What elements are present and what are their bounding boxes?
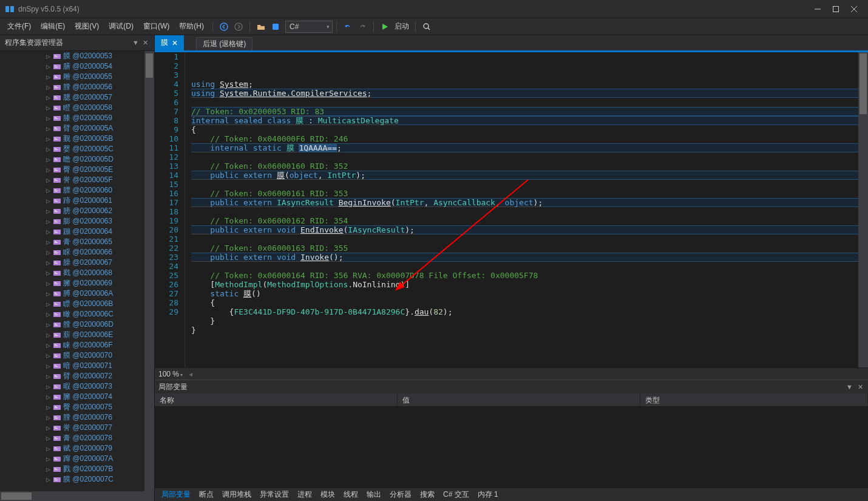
tree-expander-icon[interactable]: ▷ — [45, 343, 51, 349]
window-maximize-button[interactable] — [827, 1, 845, 16]
start-debug-label[interactable]: 启动 — [395, 21, 409, 32]
col-type[interactable]: 类型 — [640, 394, 868, 406]
code-line[interactable]: // Token: 0x06000163 RID: 355 — [191, 244, 858, 253]
code-line[interactable]: {FE3C441D-DF9D-407b-917D-0B4471A8296C}.d… — [191, 307, 858, 316]
tree-item[interactable]: ▷暇 @02000073 — [45, 381, 154, 392]
open-button[interactable] — [254, 20, 268, 33]
tree-expander-icon[interactable]: ▷ — [45, 312, 51, 318]
assembly-tree[interactable]: ▷膜 @02000053▷膳 @02000054▷雕 @02000055▷膛 @… — [0, 51, 154, 491]
editor-scrollbar-vertical[interactable] — [858, 52, 868, 367]
tree-expander-icon[interactable]: ▷ — [45, 177, 51, 183]
tree-expander-icon[interactable]: ▷ — [45, 167, 51, 173]
col-value[interactable]: 值 — [398, 394, 640, 406]
window-minimize-button[interactable] — [809, 1, 827, 16]
tree-expander-icon[interactable]: ▷ — [45, 291, 51, 297]
code-line[interactable]: // Token: 0x02000053 RID: 83 — [191, 107, 858, 116]
code-line[interactable]: public extern void Invoke(); — [191, 253, 858, 262]
code-line[interactable]: // Token: 0x040000F6 RID: 246 — [191, 134, 858, 143]
tree-item[interactable]: ▷膜 @02000053 — [45, 51, 154, 61]
undo-button[interactable] — [341, 20, 354, 33]
tree-expander-icon[interactable]: ▷ — [45, 53, 51, 60]
reload-button[interactable] — [269, 20, 282, 33]
locals-panel-close[interactable]: ✕ — [856, 383, 864, 391]
bottom-tab[interactable]: 局部变量 — [157, 488, 195, 501]
code-line[interactable] — [191, 335, 858, 344]
tree-item[interactable]: ▷蹿 @0200007A — [45, 454, 154, 464]
bottom-tab[interactable]: 分析器 — [385, 488, 416, 501]
tree-scrollbar-horizontal[interactable] — [0, 491, 154, 501]
tree-expander-icon[interactable]: ▷ — [45, 322, 51, 328]
tree-expander-icon[interactable]: ▷ — [45, 74, 51, 80]
tree-item[interactable]: ▷蹄 @02000061 — [45, 196, 154, 206]
code-line[interactable]: static 膜() — [191, 289, 858, 298]
code-line[interactable]: using System; — [191, 80, 858, 89]
tree-expander-icon[interactable]: ▷ — [45, 435, 51, 441]
panel-close-button[interactable]: ✕ — [141, 39, 149, 47]
tree-expander-icon[interactable]: ▷ — [45, 466, 51, 472]
tree-item[interactable]: ▷瞻 @0200005D — [45, 154, 154, 165]
tree-item[interactable]: ▷膛 @02000076 — [45, 412, 154, 423]
tree-expander-icon[interactable]: ▷ — [45, 208, 51, 214]
menu-help[interactable]: 帮助(H) — [174, 19, 209, 34]
code-line[interactable]: internal sealed class 膜 : MulticastDeleg… — [191, 116, 858, 125]
code-line[interactable] — [191, 152, 858, 162]
start-debug-button[interactable] — [378, 20, 392, 33]
tree-expander-icon[interactable]: ▷ — [45, 84, 51, 90]
tree-expander-icon[interactable]: ▷ — [45, 281, 51, 287]
tree-item[interactable]: ▷睬 @02000066 — [45, 247, 154, 257]
search-button[interactable] — [420, 20, 433, 33]
tree-item[interactable]: ▷膜 @02000070 — [45, 350, 154, 361]
tree-item[interactable]: ▷誉 @02000077 — [45, 423, 154, 433]
code-line[interactable]: // Token: 0x06000160 RID: 352 — [191, 162, 858, 171]
redo-button[interactable] — [356, 20, 369, 33]
code-line[interactable] — [191, 234, 858, 244]
code-line[interactable] — [191, 180, 858, 189]
menu-file[interactable]: 文件(F) — [2, 19, 36, 34]
code-line[interactable]: internal static 膜 1QAAAA==; — [191, 143, 858, 152]
tree-item[interactable]: ▷誉 @0200005F — [45, 175, 154, 185]
tree-expander-icon[interactable]: ▷ — [45, 136, 51, 142]
locals-table-body[interactable] — [155, 407, 868, 488]
tree-expander-icon[interactable]: ▷ — [45, 115, 51, 121]
tree-item[interactable]: ▷蹦 @02000064 — [45, 227, 154, 237]
code-line[interactable]: } — [191, 316, 858, 325]
menu-view[interactable]: 视图(V) — [70, 19, 104, 34]
menu-debug[interactable]: 调试(D) — [104, 19, 138, 34]
tree-expander-icon[interactable]: ▷ — [45, 219, 51, 225]
tree-item[interactable]: ▷臆 @02000057 — [45, 92, 154, 103]
code-line[interactable] — [191, 98, 858, 107]
nav-forward-button[interactable] — [232, 20, 245, 33]
tree-item[interactable]: ▷膛 @02000056 — [45, 82, 154, 92]
tree-scrollbar-vertical[interactable] — [144, 51, 154, 491]
code-line[interactable]: } — [191, 325, 858, 335]
tree-expander-icon[interactable]: ▷ — [45, 105, 51, 111]
tree-expander-icon[interactable]: ▷ — [45, 270, 51, 276]
window-close-button[interactable] — [845, 1, 863, 16]
bottom-tab[interactable]: 异常设置 — [256, 488, 293, 501]
col-name[interactable]: 名称 — [155, 394, 398, 406]
code-line[interactable]: [MethodImpl(MethodImplOptions.NoInlining… — [191, 280, 858, 289]
tree-expander-icon[interactable]: ▷ — [45, 260, 51, 266]
tree-item[interactable]: ▷薪 @0200006E — [45, 330, 154, 340]
tree-expander-icon[interactable]: ▷ — [45, 353, 51, 359]
bottom-tab[interactable]: 进程 — [293, 488, 316, 501]
tree-expander-icon[interactable]: ▷ — [45, 332, 51, 338]
tree-item[interactable]: ▷膊 @0200006A — [45, 288, 154, 299]
tree-expander-icon[interactable]: ▷ — [45, 477, 51, 483]
code-line[interactable]: // Token: 0x06000164 RID: 356 RVA: 0x000… — [191, 271, 858, 280]
tree-expander-icon[interactable]: ▷ — [45, 188, 51, 194]
code-line[interactable]: public extern 膜(object, IntPtr); — [191, 171, 858, 180]
tree-item[interactable]: ▷臂 @0200005A — [45, 123, 154, 134]
bottom-tab[interactable]: 输出 — [362, 488, 385, 501]
tree-expander-icon[interactable]: ▷ — [45, 64, 51, 70]
tree-expander-icon[interactable]: ▷ — [45, 425, 51, 431]
code-area[interactable]: using System;using System.Runtime.Compil… — [185, 52, 858, 367]
locals-panel-dropdown[interactable]: ▼ — [845, 383, 854, 391]
tree-item[interactable]: ▷瞰 @0200006C — [45, 309, 154, 319]
bottom-tab[interactable]: 模块 — [316, 488, 339, 501]
menu-edit[interactable]: 编辑(E) — [36, 19, 70, 34]
tree-item[interactable]: ▷戮 @0200007B — [45, 464, 154, 474]
code-editor[interactable]: 1234567891011121314151617181920212223242… — [155, 51, 868, 367]
tree-item[interactable]: ▷膜 @0200007C — [45, 474, 154, 485]
code-line[interactable]: // Token: 0x06000161 RID: 353 — [191, 189, 858, 198]
